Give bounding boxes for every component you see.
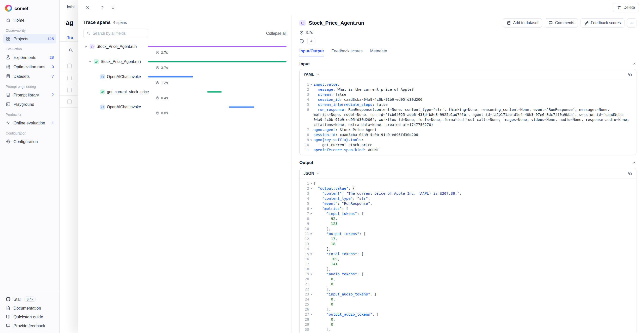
prev-trace-button[interactable] <box>98 3 107 12</box>
sidebar-item-experiments[interactable]: Experiments 28 <box>3 53 56 62</box>
page-title: ag <box>66 19 73 26</box>
span-rows: Stock_Price_Agent.run 3.7s <box>83 43 287 115</box>
sidebar-item-online-evaluation[interactable]: Online evaluation 1 <box>3 118 56 128</box>
chevron-down-icon <box>316 172 319 175</box>
agent-icon <box>90 44 95 49</box>
agent-icon <box>299 20 306 26</box>
span-row[interactable]: OpenAIChat.invoke 0.8s <box>83 104 287 115</box>
message-icon <box>6 323 11 328</box>
sidebar-item-label: Online evaluation <box>14 120 45 125</box>
trace-spans-panel: Trace spans 4 spans Collapse all <box>78 15 292 333</box>
span-bar <box>148 46 287 47</box>
pencil-icon <box>584 21 589 25</box>
sidebar-item-projects[interactable]: Projects 125 <box>3 34 56 44</box>
output-section-header: Output <box>299 160 636 165</box>
clock-icon <box>156 81 159 85</box>
row-divider <box>60 95 78 96</box>
chevron-down-icon[interactable] <box>84 45 88 49</box>
feedback-scores-button[interactable]: Feedback scores <box>580 18 624 28</box>
tag-icon <box>299 39 304 44</box>
star-count-badge: 8.4k <box>24 297 35 302</box>
tab-feedback-scores[interactable]: Feedback scores <box>331 49 363 56</box>
next-trace-button[interactable] <box>108 3 117 12</box>
projects-icon <box>6 36 11 41</box>
sidebar-item-playground[interactable]: Playground <box>3 99 56 109</box>
span-duration: 3.7s <box>156 66 287 70</box>
span-row[interactable]: Stock_Price_Agent.run 3.7s <box>83 58 287 70</box>
row-checkbox[interactable] <box>67 64 72 68</box>
github-star-button[interactable]: Star 8.4k <box>3 295 56 304</box>
activity-icon <box>6 120 11 125</box>
sidebar-item-label: Quickstart guide <box>14 314 43 319</box>
sidebar-section-production: Production <box>3 109 56 118</box>
span-bar <box>229 107 255 108</box>
tab-traces[interactable]: Tra <box>67 35 73 40</box>
collapse-output-button[interactable] <box>632 160 637 165</box>
sidebar-item-provide-feedback[interactable]: Provide feedback <box>3 321 56 330</box>
sidebar-item-count: 125 <box>48 37 54 41</box>
close-button[interactable] <box>83 3 92 12</box>
ellipsis-icon <box>630 21 634 25</box>
output-code-block[interactable]: 1{2 "output.value": {3 "content": "The c… <box>300 179 636 333</box>
comments-icon <box>548 21 553 25</box>
logo-text: comet <box>15 6 28 11</box>
sidebar-item-label: Experiments <box>14 55 36 60</box>
collapse-all-button[interactable]: Collapse all <box>266 31 287 36</box>
row-checkbox[interactable] <box>67 76 72 80</box>
span-row[interactable]: Stock_Price_Agent.run 3.7s <box>83 43 287 54</box>
sidebar-item-configuration[interactable]: Configuration <box>3 137 56 146</box>
sidebar-nav: Home Observability Projects 125 Evaluati… <box>0 14 59 146</box>
span-row[interactable]: OpenAIChat.invoke 1.2s <box>83 73 287 85</box>
search-icon[interactable] <box>69 48 73 53</box>
tab-metadata[interactable]: Metadata <box>370 49 387 56</box>
sidebar-section-observability: Observability <box>3 25 56 34</box>
sidebar-footer: Star 8.4k Documentation Quickstart guide… <box>0 292 59 333</box>
format-select[interactable]: YAML <box>303 72 319 77</box>
spans-search-input[interactable] <box>93 31 145 36</box>
sidebar-item-quickstart-guide[interactable]: Quickstart guide <box>3 312 56 321</box>
sidebar-item-prompt-library[interactable]: Prompt library 2 <box>3 90 56 100</box>
home-icon <box>6 18 11 23</box>
row-checkbox[interactable] <box>67 88 72 92</box>
drawer-body: Trace spans 4 spans Collapse all <box>78 15 644 333</box>
sidebar-item-label: Home <box>14 18 24 23</box>
copy-button[interactable] <box>628 72 632 77</box>
dataset-icon <box>506 21 511 25</box>
copy-icon <box>628 171 632 176</box>
copy-button[interactable] <box>628 171 632 176</box>
sidebar-item-count: 2 <box>52 93 54 97</box>
sidebar-item-documentation[interactable]: Documentation <box>3 304 56 312</box>
sidebar-section-configuration: Configuration <box>3 127 56 137</box>
more-actions-button[interactable] <box>627 18 637 28</box>
chevron-down-icon[interactable] <box>88 60 92 64</box>
sidebar-item-home[interactable]: Home <box>3 15 56 25</box>
github-icon <box>6 297 11 302</box>
delete-button[interactable]: Delete <box>613 3 639 12</box>
tags-row <box>299 38 636 44</box>
span-timeline <box>148 73 287 80</box>
spans-search-box[interactable] <box>83 29 148 38</box>
row-checkbox[interactable] <box>67 99 72 104</box>
detail-header: Stock_Price_Agent.run Add to dataset Com… <box>299 18 636 28</box>
comments-button[interactable]: Comments <box>545 18 578 28</box>
input-code-block[interactable]: 1input.value:2 message: What is the curr… <box>300 80 636 155</box>
sidebar-item-datasets[interactable]: Datasets 7 <box>3 72 56 81</box>
tab-input-output[interactable]: Input/Output <box>299 49 324 56</box>
span-timeline <box>148 43 287 50</box>
input-code-toolbar: YAML <box>300 69 636 80</box>
sidebar-item-count: 28 <box>50 55 54 60</box>
collapse-input-button[interactable] <box>632 61 637 66</box>
sidebar-item-optimization-runs[interactable]: Optimization runs 0 <box>3 62 56 72</box>
book-open-icon <box>6 314 11 319</box>
comet-logo <box>5 5 12 12</box>
logo[interactable]: comet <box>0 0 59 14</box>
app-root: comet Home Observability Projects 125 Ev… <box>0 0 644 333</box>
span-row[interactable]: get_current_stock_price 0.4s <box>83 88 287 100</box>
clock-icon <box>156 51 159 54</box>
format-select[interactable]: JSON <box>303 171 319 176</box>
add-to-dataset-button[interactable]: Add to dataset <box>503 18 542 28</box>
tabs-border <box>60 41 78 42</box>
add-tag-button[interactable] <box>307 38 315 44</box>
sidebar-item-label: Configuration <box>14 139 38 144</box>
workspace-name[interactable]: lothi <box>67 5 74 9</box>
